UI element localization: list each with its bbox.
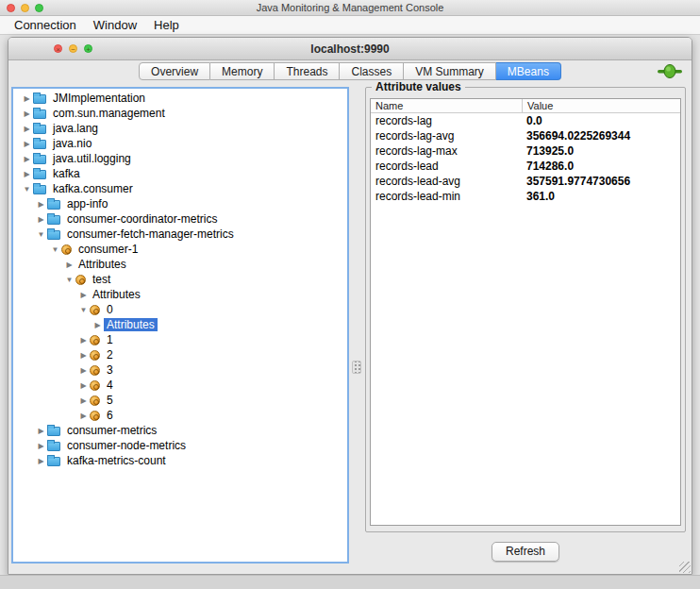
tree-node-5[interactable]: ▶ 5 bbox=[13, 393, 347, 408]
disclosure-triangle-icon[interactable]: ▶ bbox=[63, 261, 75, 269]
attribute-row[interactable]: records-lead 714286.0 bbox=[371, 159, 680, 174]
disclosure-triangle-icon[interactable]: ▶ bbox=[77, 381, 90, 390]
attribute-row[interactable]: records-lead-min 361.0 bbox=[371, 189, 680, 204]
tree-node-6[interactable]: ▶ 6 bbox=[13, 408, 347, 423]
tree-node-test[interactable]: ▼ test bbox=[13, 272, 347, 287]
tree-node-0[interactable]: ▼ 0 bbox=[13, 302, 347, 317]
disclosure-triangle-icon[interactable]: ▶ bbox=[77, 366, 90, 375]
mbean-icon bbox=[90, 411, 100, 421]
window-titlebar: Java Monitoring & Management Console bbox=[0, 0, 700, 16]
split-grip-icon[interactable] bbox=[352, 361, 361, 374]
folder-icon bbox=[33, 109, 46, 119]
disclosure-triangle-icon[interactable]: ▶ bbox=[77, 291, 90, 299]
tree-node-attributes[interactable]: ▶ Attributes bbox=[13, 317, 347, 332]
disclosure-triangle-icon[interactable]: ▼ bbox=[49, 245, 61, 254]
folder-icon bbox=[33, 155, 46, 164]
tree-node-4[interactable]: ▶ 4 bbox=[13, 378, 347, 393]
disclosure-triangle-icon[interactable]: ▶ bbox=[77, 351, 90, 360]
attribute-row[interactable]: records-lag-avg 356694.0225269344 bbox=[371, 128, 680, 143]
tree-node-java-lang[interactable]: ▶ java.lang bbox=[13, 121, 347, 136]
tree-node-2[interactable]: ▶ 2 bbox=[13, 347, 347, 362]
tab-mbeans[interactable]: MBeans bbox=[496, 62, 561, 80]
disclosure-triangle-icon[interactable]: ▶ bbox=[35, 457, 47, 465]
disclosure-triangle-icon[interactable]: ▼ bbox=[63, 276, 75, 284]
tree-node-consumer-fetch-manager-metrics[interactable]: ▼ consumer-fetch-manager-metrics bbox=[13, 227, 347, 242]
folder-icon bbox=[47, 427, 60, 436]
tree-node-consumer-coordinator-metrics[interactable]: ▶ consumer-coordinator-metrics bbox=[13, 211, 347, 227]
disclosure-triangle-icon[interactable]: ▶ bbox=[35, 442, 47, 450]
tree-node-attributes[interactable]: ▶ Attributes bbox=[13, 287, 347, 302]
disclosure-triangle-icon[interactable]: ▶ bbox=[77, 336, 90, 345]
tab-memory[interactable]: Memory bbox=[210, 62, 275, 80]
tree-node-label: 1 bbox=[104, 333, 116, 346]
tab-overview[interactable]: Overview bbox=[139, 62, 210, 80]
disclosure-triangle-icon[interactable]: ▼ bbox=[21, 185, 33, 194]
folder-icon bbox=[33, 94, 46, 104]
column-header-name[interactable]: Name bbox=[371, 99, 522, 112]
menu-connection[interactable]: Connection bbox=[6, 18, 85, 32]
attribute-row[interactable]: records-lead-avg 357591.9774730656 bbox=[371, 174, 680, 189]
disclosure-triangle-icon[interactable]: ▶ bbox=[35, 215, 47, 224]
resize-grip-icon[interactable] bbox=[679, 562, 691, 573]
disclosure-triangle-icon[interactable]: ▶ bbox=[77, 396, 90, 405]
menu-help[interactable]: Help bbox=[145, 18, 188, 32]
disclosure-triangle-icon[interactable]: ▶ bbox=[92, 321, 104, 329]
disclosure-triangle-icon[interactable]: ▶ bbox=[77, 412, 90, 420]
tree-node-label: consumer-fetch-manager-metrics bbox=[64, 227, 237, 241]
tree-node-label: 0 bbox=[104, 303, 116, 316]
tree-node-label: test bbox=[90, 273, 113, 286]
tree-node-java-nio[interactable]: ▶ java.nio bbox=[13, 136, 347, 151]
tab-vm-summary[interactable]: VM Summary bbox=[404, 62, 496, 80]
disclosure-triangle-icon[interactable]: ▶ bbox=[35, 200, 47, 209]
attribute-row[interactable]: records-lag 0.0 bbox=[371, 113, 680, 128]
connection-frame: × − + localhost:9990 OverviewMemoryThrea… bbox=[8, 37, 692, 575]
attribute-value: 356694.0225269344 bbox=[522, 129, 680, 143]
disclosure-triangle-icon[interactable]: ▶ bbox=[21, 140, 33, 148]
tree-node-app-info[interactable]: ▶ app-info bbox=[13, 196, 347, 211]
tree-node-1[interactable]: ▶ 1 bbox=[13, 332, 347, 347]
tree-node-jmimplementation[interactable]: ▶ JMImplementation bbox=[13, 91, 347, 106]
tab-threads[interactable]: Threads bbox=[275, 62, 340, 80]
folder-icon bbox=[47, 215, 60, 225]
disclosure-triangle-icon[interactable]: ▼ bbox=[35, 230, 47, 239]
tree-node-label: Attributes bbox=[104, 318, 158, 331]
menu-window[interactable]: Window bbox=[85, 18, 145, 32]
tree-node-label: 3 bbox=[104, 363, 116, 377]
disclosure-triangle-icon[interactable]: ▶ bbox=[21, 109, 33, 118]
split-divider[interactable] bbox=[351, 87, 363, 564]
tree-node-label: 2 bbox=[104, 348, 116, 362]
disclosure-triangle-icon[interactable]: ▶ bbox=[35, 427, 47, 435]
attribute-row[interactable]: records-lag-max 713925.0 bbox=[371, 143, 680, 159]
attribute-value: 0.0 bbox=[522, 114, 680, 127]
tree-node-kafka-consumer[interactable]: ▼ kafka.consumer bbox=[13, 181, 347, 196]
mbean-tree: ▶ JMImplementation ▶ com.sun.management … bbox=[11, 87, 349, 564]
tree-node-kafka-metrics-count[interactable]: ▶ kafka-metrics-count bbox=[13, 453, 347, 468]
disclosure-triangle-icon[interactable]: ▶ bbox=[21, 125, 33, 133]
tab-classes[interactable]: Classes bbox=[340, 62, 404, 80]
mbean-icon bbox=[90, 335, 100, 345]
tree-node-consumer-node-metrics[interactable]: ▶ consumer-node-metrics bbox=[13, 438, 347, 453]
menu-bar: ConnectionWindowHelp bbox=[0, 16, 700, 35]
tree-node-label: java.lang bbox=[50, 122, 101, 135]
attribute-name: records-lag-avg bbox=[371, 129, 522, 143]
mbean-icon bbox=[90, 350, 100, 361]
tree-node-java-util-logging[interactable]: ▶ java.util.logging bbox=[13, 151, 347, 166]
column-header-value[interactable]: Value bbox=[522, 99, 680, 112]
status-strip bbox=[0, 575, 700, 589]
tree-node-label: consumer-1 bbox=[75, 243, 141, 256]
tree-node-kafka[interactable]: ▶ kafka bbox=[13, 166, 347, 181]
tree-node-3[interactable]: ▶ 3 bbox=[13, 362, 347, 378]
disclosure-triangle-icon[interactable]: ▶ bbox=[21, 170, 33, 178]
tree-node-com-sun-management[interactable]: ▶ com.sun.management bbox=[13, 106, 347, 121]
disclosure-triangle-icon[interactable]: ▶ bbox=[21, 155, 33, 163]
tree-node-label: kafka-metrics-count bbox=[64, 454, 169, 467]
tree-node-label: consumer-node-metrics bbox=[64, 439, 189, 452]
disclosure-triangle-icon[interactable]: ▶ bbox=[21, 94, 33, 103]
refresh-button[interactable]: Refresh bbox=[492, 542, 559, 562]
tree-node-attributes[interactable]: ▶ Attributes bbox=[13, 257, 347, 272]
attribute-values-groupbox: Attribute values Name Value records-lag … bbox=[365, 87, 686, 532]
tree-node-consumer-1[interactable]: ▼ consumer-1 bbox=[13, 242, 347, 257]
disclosure-triangle-icon[interactable]: ▼ bbox=[77, 306, 90, 314]
tree-node-consumer-metrics[interactable]: ▶ consumer-metrics bbox=[13, 423, 347, 438]
attribute-name: records-lag-max bbox=[371, 144, 522, 158]
